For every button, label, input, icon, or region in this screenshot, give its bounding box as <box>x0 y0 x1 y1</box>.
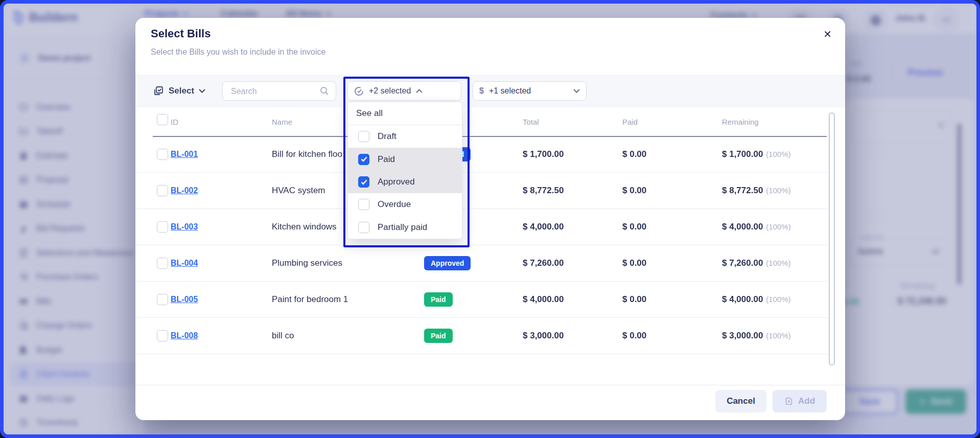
row-checkbox[interactable] <box>157 185 168 196</box>
checkbox[interactable] <box>358 176 369 188</box>
see-all-option[interactable]: See all <box>348 102 462 125</box>
option-overdue[interactable]: Overdue <box>348 193 462 216</box>
bill-id-link[interactable]: BL-004 <box>171 259 198 268</box>
amount-filter-select[interactable]: $ +1 selected <box>473 81 587 101</box>
status-badge: Approved <box>424 256 471 270</box>
app-window: Buildern Projects Calendar All Items Con… <box>0 0 980 438</box>
search-input[interactable] <box>230 82 314 101</box>
add-document-icon <box>784 397 794 406</box>
option-draft[interactable]: Draft <box>348 125 462 148</box>
check-icon <box>361 179 367 185</box>
table-row: BL-001 Bill for kitchen floo Approved $ … <box>135 136 828 173</box>
status-filter-select[interactable]: +2 selected <box>347 81 461 101</box>
checkbox[interactable] <box>358 222 369 233</box>
row-checkbox[interactable] <box>157 149 168 160</box>
checkbox[interactable] <box>358 131 369 142</box>
select-all-checkbox[interactable] <box>157 114 168 125</box>
check-icon <box>361 156 367 162</box>
dollar-icon: $ <box>479 86 484 96</box>
modal-subtitle: Select the Bills you wish to include in … <box>151 48 325 57</box>
footer-divider <box>135 385 845 385</box>
bill-id-link[interactable]: BL-001 <box>171 150 198 159</box>
status-filter-dropdown: See all Draft Paid Approved Overdue Part… <box>347 102 462 239</box>
close-icon[interactable]: ✕ <box>823 29 832 39</box>
column-header-remaining: Remaining <box>722 118 759 126</box>
column-header-paid: Paid <box>622 118 638 126</box>
select-bills-modal: Select Bills Select the Bills you wish t… <box>135 18 845 420</box>
row-checkbox[interactable] <box>157 330 168 341</box>
status-filter: +2 selected See all Draft Paid Approved … <box>347 81 461 101</box>
add-button[interactable]: Add <box>773 390 827 412</box>
scrollbar-thumb[interactable] <box>829 112 835 365</box>
row-checkbox[interactable] <box>157 258 168 269</box>
option-partially-paid[interactable]: Partially paid <box>348 216 462 239</box>
chevron-down-icon <box>199 89 205 93</box>
cancel-button[interactable]: Cancel <box>715 390 766 412</box>
search-box <box>222 81 336 101</box>
column-header-total: Total <box>523 118 539 126</box>
status-badge: Paid <box>424 292 453 307</box>
row-checkbox[interactable] <box>157 221 168 233</box>
option-paid[interactable]: Paid <box>348 148 462 170</box>
bill-id-link[interactable]: BL-008 <box>171 331 198 340</box>
column-header-id: ID <box>171 118 178 126</box>
checkbox[interactable] <box>358 199 369 210</box>
modal-title: Select Bills <box>151 27 211 40</box>
table-row: BL-005 Paint for bedroom 1 Paid $ 4,000.… <box>135 281 828 318</box>
table-row: BL-002 HVAC system $ 8,772.50 $ 0.00 $ 8… <box>135 172 828 209</box>
bill-id-link[interactable]: BL-003 <box>171 222 198 232</box>
table-scrollbar <box>829 112 835 378</box>
row-checkbox[interactable] <box>157 294 168 305</box>
table-row: BL-004 Plumbing services Approved $ 7,26… <box>135 245 828 282</box>
search-icon <box>319 86 330 96</box>
check-circle-icon <box>354 86 364 96</box>
column-header-name: Name <box>272 118 292 126</box>
select-menu[interactable]: Select <box>153 81 205 101</box>
bill-id-link[interactable]: BL-005 <box>171 295 198 304</box>
table-row: BL-008 bill co Paid $ 3,000.00 $ 0.00 $ … <box>135 317 828 354</box>
option-approved[interactable]: Approved <box>348 171 462 193</box>
chevron-down-icon <box>573 89 580 93</box>
checkbox[interactable] <box>358 154 369 165</box>
multi-select-icon <box>153 85 164 97</box>
chevron-up-icon <box>416 89 423 93</box>
table-row: BL-003 Kitchen windows $ 4,000.00 $ 0.00… <box>135 209 828 245</box>
bill-id-link[interactable]: BL-002 <box>171 186 198 195</box>
status-badge: Paid <box>424 329 453 343</box>
